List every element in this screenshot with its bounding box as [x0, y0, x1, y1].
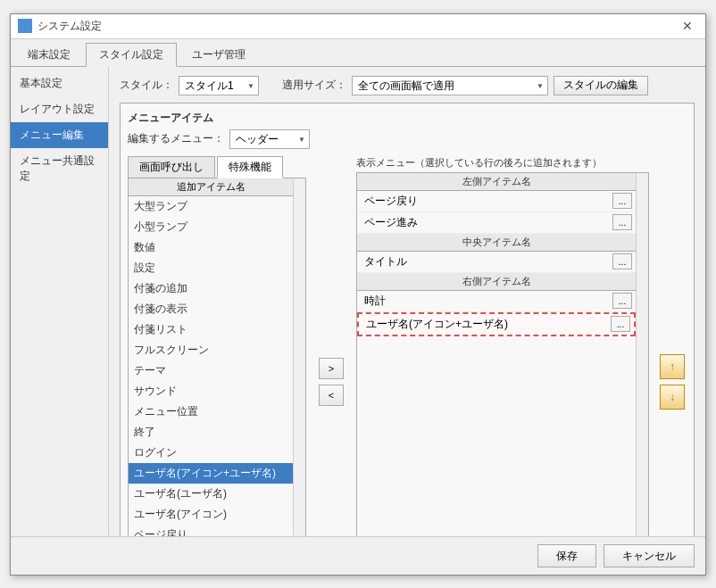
sidebar-item-basic[interactable]: 基本設定 [11, 70, 108, 96]
list-item[interactable]: ページ戻り [129, 525, 293, 536]
left-panel: 画面呼び出し 特殊機能 追加アイテム名 大型ランプ 小型ランプ 数値 設定 付箋… [128, 156, 306, 536]
right-item-label: 時計 [361, 293, 612, 310]
right-section-header: 右側アイテム名 [357, 273, 636, 291]
middle-buttons: > < [315, 156, 347, 536]
center-section-header: 中央アイテム名 [357, 234, 636, 252]
right-list-item: タイトル ... [357, 252, 636, 273]
list-item[interactable]: 付箋リスト [129, 319, 293, 340]
list-item[interactable]: メニュー位置 [129, 402, 293, 422]
right-item-menu-btn[interactable]: ... [612, 253, 632, 269]
tab-special-func[interactable]: 特殊機能 [217, 156, 283, 178]
list-item[interactable]: テーマ [129, 360, 293, 381]
right-item-menu-btn[interactable]: ... [612, 293, 632, 309]
tab-terminal[interactable]: 端末設定 [14, 43, 84, 66]
content-area: スタイル： スタイル1 スタイル2 適用サイズ： 全ての画面幅で適用 スタイルの… [109, 67, 705, 536]
right-scroll-wrapper: 左側アイテム名 ページ戻り ... ページ進み ... [356, 172, 649, 536]
sidebar: 基本設定 レイアウト設定 メニュー編集 メニュー共通設定 [11, 67, 109, 536]
list-item[interactable]: 小型ランプ [129, 217, 293, 237]
size-select[interactable]: 全ての画面幅で適用 [352, 76, 548, 95]
right-item-menu-btn[interactable]: ... [612, 214, 632, 230]
main-window: システム設定 ✕ 端末設定 スタイル設定 ユーザ管理 基本設定 レイアウト設定 … [10, 13, 706, 576]
main-content: 基本設定 レイアウト設定 メニュー編集 メニュー共通設定 スタイル： スタイル1… [11, 67, 705, 536]
up-down-buttons: ↑ ↓ [658, 156, 687, 536]
style-select[interactable]: スタイル1 スタイル2 [179, 76, 259, 95]
right-item-menu-btn[interactable]: ... [612, 193, 632, 209]
right-list: 左側アイテム名 ページ戻り ... ページ進み ... [357, 173, 636, 536]
list-item[interactable]: 数値 [129, 237, 293, 258]
right-list-item: ページ戻り ... [357, 191, 636, 212]
list-item[interactable]: 付箋の表示 [129, 299, 293, 319]
list-item[interactable]: 終了 [129, 422, 293, 443]
list-item[interactable]: 付箋の追加 [129, 278, 293, 299]
right-item-menu-btn[interactable]: ... [611, 316, 630, 332]
list-item[interactable]: ログイン [129, 443, 293, 463]
tab-style[interactable]: スタイル設定 [86, 43, 177, 67]
sidebar-item-common[interactable]: メニュー共通設定 [11, 148, 108, 189]
right-panel: 表示メニュー（選択している行の後ろに追加されます） 左側アイテム名 ページ戻り … [356, 156, 649, 536]
edit-style-button[interactable]: スタイルの編集 [554, 76, 648, 95]
cancel-button[interactable]: キャンセル [604, 544, 695, 567]
top-tabs: 端末設定 スタイル設定 ユーザ管理 [11, 39, 705, 67]
right-item-label: ページ進み [361, 214, 612, 231]
down-button[interactable]: ↓ [660, 385, 685, 410]
style-select-wrapper: スタイル1 スタイル2 [179, 76, 259, 95]
panels-row: 画面呼び出し 特殊機能 追加アイテム名 大型ランプ 小型ランプ 数値 設定 付箋… [128, 156, 687, 536]
style-label: スタイル： [120, 78, 173, 93]
size-select-wrapper: 全ての画面幅で適用 [352, 76, 548, 95]
list-item[interactable]: フルスクリーン [129, 340, 293, 360]
left-list: 追加アイテム名 大型ランプ 小型ランプ 数値 設定 付箋の追加 付箋の表示 付箋… [129, 178, 293, 536]
right-list-item: 時計 ... [357, 291, 636, 312]
add-items-header: 追加アイテム名 [129, 178, 293, 196]
remove-from-right-button[interactable]: < [319, 385, 344, 406]
close-button[interactable]: ✕ [677, 15, 698, 37]
up-button[interactable]: ↑ [660, 354, 685, 379]
list-item[interactable]: サウンド [129, 381, 293, 402]
edit-menu-select-wrapper: ヘッダー フッター [229, 129, 310, 149]
title-bar: システム設定 ✕ [11, 14, 705, 39]
menu-items-label: メニューアイテム [128, 111, 687, 126]
left-list-wrapper: 追加アイテム名 大型ランプ 小型ランプ 数値 設定 付箋の追加 付箋の表示 付箋… [128, 178, 306, 536]
list-item[interactable]: ユーザ名(アイコン) [129, 504, 293, 525]
list-item[interactable]: ユーザ名(ユーザ名) [129, 484, 293, 504]
list-item[interactable]: 大型ランプ [129, 196, 293, 217]
style-row: スタイル： スタイル1 スタイル2 適用サイズ： 全ての画面幅で適用 スタイルの… [120, 76, 695, 95]
right-list-item: ページ進み ... [357, 212, 636, 234]
edit-menu-select[interactable]: ヘッダー フッター [229, 129, 310, 149]
right-scrollbar[interactable] [636, 173, 648, 536]
add-to-right-button[interactable]: > [319, 358, 344, 379]
window-icon [18, 19, 32, 33]
right-item-label: ページ戻り [361, 193, 612, 210]
window-title: システム設定 [37, 19, 677, 34]
sidebar-item-menu[interactable]: メニュー編集 [11, 122, 108, 148]
footer: 保存 キャンセル [11, 536, 705, 575]
tab-screen-call[interactable]: 画面呼び出し [128, 156, 215, 178]
right-list-item-selected[interactable]: ユーザ名(アイコン+ユーザ名) ... [357, 312, 636, 336]
left-section-header: 左側アイテム名 [357, 173, 636, 191]
right-panel-label: 表示メニュー（選択している行の後ろに追加されます） [356, 156, 649, 170]
edit-menu-row: 編集するメニュー： ヘッダー フッター [128, 129, 687, 149]
edit-menu-label: 編集するメニュー： [128, 131, 224, 146]
left-tab-row: 画面呼び出し 特殊機能 [128, 156, 306, 178]
right-item-label: ユーザ名(アイコン+ユーザ名) [362, 316, 611, 333]
left-scrollbar[interactable] [293, 178, 305, 536]
sidebar-item-layout[interactable]: レイアウト設定 [11, 96, 108, 122]
right-item-label: タイトル [361, 253, 612, 270]
size-label: 適用サイズ： [282, 78, 346, 93]
list-item[interactable]: 設定 [129, 258, 293, 278]
tab-user[interactable]: ユーザ管理 [179, 43, 259, 66]
menu-items-group: メニューアイテム 編集するメニュー： ヘッダー フッター [120, 103, 695, 536]
list-item-selected[interactable]: ユーザ名(アイコン+ユーザ名) [129, 463, 293, 484]
save-button[interactable]: 保存 [537, 544, 596, 567]
